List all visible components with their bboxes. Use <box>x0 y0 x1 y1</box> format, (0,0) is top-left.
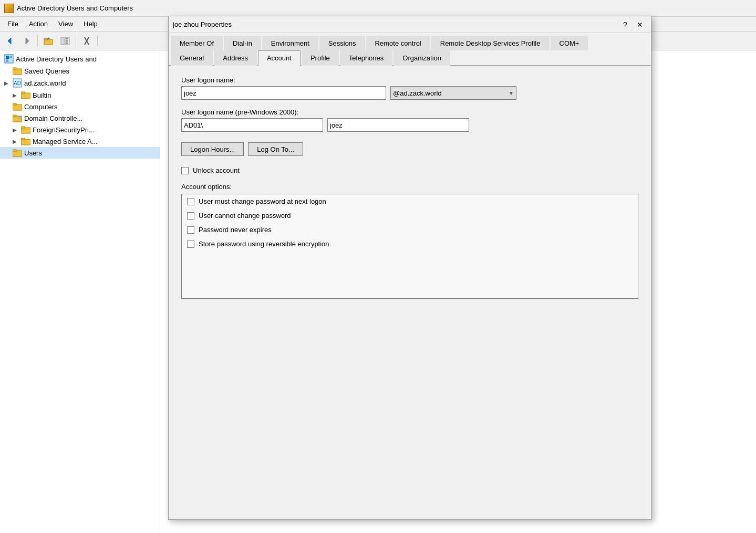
pre-win2000-row <box>181 118 638 132</box>
tab-telephones[interactable]: Telephones <box>340 50 393 66</box>
option-cannot-change-label: User cannot change password <box>199 212 291 220</box>
show-tree-button[interactable] <box>57 34 73 48</box>
svg-rect-32 <box>13 150 16 151</box>
dropdown-arrow-icon: ▼ <box>509 90 514 96</box>
account-options-box[interactable]: User must change password at next logon … <box>181 194 638 299</box>
chevron-icon-builtin: ▶ <box>13 92 19 98</box>
sidebar-item-foreign-security[interactable]: ▶ ForeignSecurityPri... <box>0 124 160 135</box>
option-must-change-checkbox[interactable] <box>187 198 194 205</box>
unlock-account-label: Unlock account <box>193 166 240 174</box>
svg-rect-28 <box>21 127 25 128</box>
sidebar-item-label-builtin: Builtin <box>33 91 51 99</box>
help-button[interactable]: ? <box>618 19 632 30</box>
folder-icon-saved-queries <box>13 67 22 75</box>
chevron-icon-adworld: ▶ <box>4 80 11 86</box>
unlock-account-row: Unlock account <box>181 166 638 174</box>
menu-action[interactable]: Action <box>24 18 53 30</box>
forward-button[interactable] <box>19 34 35 48</box>
option-cannot-change-checkbox[interactable] <box>187 212 194 220</box>
option-reversible-encryption-checkbox[interactable] <box>187 241 194 248</box>
ad-domain-icon: AD <box>13 78 22 88</box>
option-reversible-encryption-label: Store password using reversible encrypti… <box>199 240 329 248</box>
menu-view[interactable]: View <box>53 18 78 30</box>
svg-text:AD: AD <box>14 80 21 86</box>
user-logon-row: @ad.zack.world ▼ <box>181 86 638 100</box>
folder-icon-computers <box>13 102 22 111</box>
folder-icon-dc <box>13 114 22 122</box>
user-logon-input[interactable] <box>181 86 386 100</box>
option-never-expires-label: Password never expires <box>199 226 272 234</box>
sidebar-item-label-dc: Domain Controlle... <box>24 114 82 122</box>
svg-rect-17 <box>13 68 16 69</box>
chevron-icon-msa: ▶ <box>13 139 19 144</box>
option-never-expires-checkbox[interactable] <box>187 226 194 234</box>
folder-icon-fsp <box>21 126 30 134</box>
logon-hours-button[interactable]: Logon Hours... <box>181 142 244 156</box>
option-must-change: User must change password at next logon <box>182 194 638 208</box>
tab-com-plus[interactable]: COM+ <box>551 36 588 50</box>
tab-remote-control[interactable]: Remote control <box>366 36 430 50</box>
properties-dialog: joe zhou Properties ? ✕ Member Of Dial-i… <box>168 16 651 520</box>
menu-help[interactable]: Help <box>78 18 103 30</box>
folder-up-button[interactable] <box>40 34 56 48</box>
account-tab-content: User logon name: @ad.zack.world ▼ User l… <box>169 66 651 318</box>
tab-organization[interactable]: Organization <box>393 50 450 66</box>
svg-rect-31 <box>13 151 22 156</box>
domain-dropdown[interactable]: @ad.zack.world ▼ <box>390 86 516 100</box>
close-button[interactable]: ✕ <box>633 19 647 30</box>
unlock-account-checkbox[interactable] <box>181 167 189 174</box>
tab-environment[interactable]: Environment <box>262 36 318 50</box>
sidebar-item-builtin[interactable]: ▶ Builtin <box>0 89 160 101</box>
cut-button[interactable] <box>79 34 95 48</box>
sidebar-item-label-users: Users <box>24 149 42 157</box>
tab-general[interactable]: General <box>171 50 213 66</box>
tab-sessions[interactable]: Sessions <box>319 36 365 50</box>
chevron-icon-fsp: ▶ <box>13 127 19 133</box>
user-logon-label: User logon name: <box>181 76 638 84</box>
menu-file[interactable]: File <box>2 18 24 30</box>
folder-icon-msa <box>21 137 30 145</box>
sidebar-item-domain-controllers[interactable]: Domain Controlle... <box>0 112 160 124</box>
svg-rect-23 <box>13 103 16 105</box>
svg-rect-20 <box>21 93 30 99</box>
svg-marker-0 <box>8 38 11 44</box>
tab-rdp[interactable]: Remote Desktop Services Profile <box>431 36 550 50</box>
pre-win2000-user-input[interactable] <box>327 118 469 132</box>
dialog-title: joe zhou Properties <box>173 20 617 28</box>
tab-strip: Member Of Dial-in Environment Sessions R… <box>169 33 651 50</box>
pre-win2000-domain-input[interactable] <box>181 118 323 132</box>
svg-rect-26 <box>18 117 21 119</box>
tab-strip-2: General Address Account Profile Telephon… <box>169 50 651 66</box>
sidebar-item-managed-service[interactable]: ▶ Managed Service A... <box>0 135 160 147</box>
sidebar-item-label-msa: Managed Service A... <box>33 138 98 145</box>
tab-profile[interactable]: Profile <box>302 50 339 66</box>
sidebar-item-computers[interactable]: Computers <box>0 101 160 112</box>
folder-icon-builtin <box>21 91 30 99</box>
svg-rect-21 <box>21 92 25 93</box>
option-reversible-encryption: Store password using reversible encrypti… <box>182 237 638 251</box>
option-cannot-change: User cannot change password <box>182 208 638 223</box>
sidebar-item-users[interactable]: Users <box>0 147 160 159</box>
pre-win2000-label: User logon name (pre-Windows 2000): <box>181 108 638 116</box>
account-options-label: Account options: <box>181 183 638 191</box>
log-on-to-button[interactable]: Log On To... <box>248 142 303 156</box>
toolbar-sep-3 <box>97 35 98 47</box>
sidebar-item-adworld[interactable]: ▶ AD ad.zack.world <box>0 77 160 89</box>
sidebar-item-saved-queries[interactable]: Saved Queries <box>0 65 160 77</box>
svg-rect-25 <box>13 115 16 117</box>
svg-rect-22 <box>13 104 22 110</box>
sidebar-root[interactable]: Active Directory Users and <box>0 53 160 65</box>
logon-buttons-row: Logon Hours... Log On To... <box>181 142 638 156</box>
tab-address[interactable]: Address <box>214 50 257 66</box>
main-window-title: Active Directory Users and Computers <box>17 4 133 12</box>
back-button[interactable] <box>2 34 18 48</box>
app-icon <box>4 4 14 13</box>
sidebar-item-label-saved-queries: Saved Queries <box>24 67 69 75</box>
tab-account[interactable]: Account <box>258 50 301 66</box>
svg-marker-1 <box>26 38 29 44</box>
svg-rect-29 <box>21 139 30 145</box>
svg-rect-5 <box>61 37 64 45</box>
tab-member-of[interactable]: Member Of <box>171 36 223 50</box>
folder-icon-users <box>13 149 22 157</box>
tab-dial-in[interactable]: Dial-in <box>224 36 261 50</box>
